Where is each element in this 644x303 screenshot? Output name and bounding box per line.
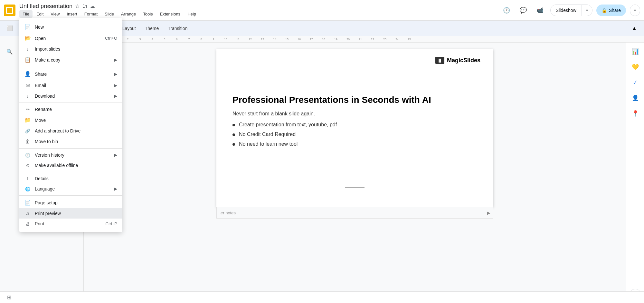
slideshow-btn[interactable]: Slideshow ▾ [550,5,592,16]
menu-item-pagesetup[interactable]: 📄 Page setup [19,197,122,208]
slideshow-dropdown-arrow[interactable]: ▾ [582,5,592,16]
menu-item-email[interactable]: ✉ Email ▶ [19,80,122,91]
menu-bar: File Edit View Insert Format Slide Arran… [19,10,199,18]
menu-item-share[interactable]: 👤 Share ▶ [19,68,122,80]
share-lock-icon: 🔒 [601,8,607,13]
right-panel-icon-tasks[interactable]: ✓ [629,76,642,89]
slide-bullet-3[interactable]: No need to learn new tool [232,141,477,147]
bullet-text-3: No need to learn new tool [239,141,298,147]
menu-item-copy[interactable]: 📋 Make a copy ▶ [19,54,122,65]
share-dropdown-arrow[interactable]: ▾ [630,5,640,16]
right-panel-icon-sheets[interactable]: 📊 [629,45,642,58]
menu-arrange[interactable]: Arrange [118,10,139,18]
open-icon: 📂 [24,35,31,41]
magic-slides-icon: ▐▌ [435,57,444,64]
ruler-mark: 25 [403,38,415,41]
menu-file[interactable]: File [19,10,33,18]
magic-slides-text: MagicSlides [447,57,480,64]
title-section: Untitled presentation ☆ 🗂 ☁ File Edit Vi… [19,3,199,18]
menu-item-printpreview[interactable]: 🖨 Print preview [19,208,122,219]
doc-title[interactable]: Untitled presentation [19,3,72,10]
menu-item-language[interactable]: 🌐 Language ▶ [19,184,122,194]
search-panel-icon[interactable]: 🔍 [3,45,16,58]
slideshow-main[interactable]: Slideshow [551,5,582,16]
menu-edit[interactable]: Edit [33,10,47,18]
app-logo[interactable] [4,5,15,16]
right-panel-icon-maps[interactable]: 📍 [629,107,642,120]
menu-item-details[interactable]: ℹ Details [19,173,122,184]
theme-btn[interactable]: Theme [141,23,163,34]
ruler-mark: 15 [281,38,293,41]
ruler-mark: 12 [244,38,256,41]
comment-icon-btn[interactable]: 💬 [517,4,530,17]
menu-item-bin[interactable]: 🗑 Move to bin [19,136,122,147]
history-icon-btn[interactable]: 🕐 [500,4,513,17]
move-icon: 📁 [24,117,31,123]
ruler-mark: 7 [183,38,195,41]
menu-extensions[interactable]: Extensions [157,10,184,18]
menu-item-new[interactable]: 📄 New [19,21,122,33]
ruler-mark: 24 [391,38,403,41]
version-icon: 🕐 [24,153,31,158]
right-panel-icon-contacts[interactable]: 👤 [629,92,642,104]
ruler-mark: 20 [342,38,354,41]
menu-item-version-label: Version history [35,152,110,158]
ruler-mark: 3 [134,38,146,41]
slide-title[interactable]: Professional Presentations in Seconds wi… [232,94,477,106]
menu-item-rename[interactable]: ✏ Rename [19,104,122,114]
menu-help[interactable]: Help [184,10,199,18]
menu-item-print[interactable]: 🖨 Print Ctrl+P [19,219,122,229]
menu-item-version[interactable]: 🕐 Version history ▶ [19,150,122,160]
notes-bar[interactable]: er notes ▶ [216,207,493,219]
select-tool-btn[interactable]: ⬜ [4,23,15,34]
new-icon: 📄 [24,24,31,30]
toolbar-collapse-btn[interactable]: ▲ [629,23,640,34]
details-icon: ℹ [24,176,31,181]
menu-view[interactable]: View [47,10,63,18]
app-logo-inner [6,7,13,14]
slide-bullet-1[interactable]: Create presentation from text, youtube, … [232,122,477,128]
menu-item-shortcut[interactable]: 🔗 Add a shortcut to Drive [19,126,122,136]
transition-btn[interactable]: Transition [164,23,191,34]
print-shortcut: Ctrl+P [106,221,117,226]
left-panel: 🔍 [0,43,19,303]
menu-item-move[interactable]: 📁 Move [19,114,122,126]
menu-item-download[interactable]: ↓ Download ▶ [19,91,122,101]
right-panel-icon-keep[interactable]: 💛 [629,61,642,73]
ruler-mark: 23 [379,38,391,41]
grid-view-icon[interactable]: ⊞ [4,292,14,303]
folder-icon[interactable]: 🗂 [82,3,87,9]
doc-title-row: Untitled presentation ☆ 🗂 ☁ [19,3,199,10]
top-right-actions: 🕐 💬 📹 Slideshow ▾ 🔒 Share ▾ [500,4,640,17]
menu-item-details-label: Details [35,176,117,181]
video-icon-btn[interactable]: 📹 [534,4,546,17]
menu-section-3: ✏ Rename 📁 Move 🔗 Add a shortcut to Driv… [19,103,122,149]
bullet-text-1: Create presentation from text, youtube, … [239,122,337,128]
slide-divider [345,187,365,188]
menu-format[interactable]: Format [81,10,101,18]
menu-item-import[interactable]: ↓ Import slides [19,44,122,54]
top-bar: Untitled presentation ☆ 🗂 ☁ File Edit Vi… [0,0,644,21]
slide-canvas[interactable]: ▐▌ MagicSlides Professional Presentation… [216,49,493,207]
menu-item-offline[interactable]: ⊙ Make available offline [19,160,122,171]
menu-item-import-label: Import slides [35,46,117,52]
notes-collapse-btn[interactable]: ▶ [487,210,490,215]
slide-bullet-2[interactable]: No Credit Card Required [232,132,477,137]
slide-subtitle[interactable]: Never start from a blank slide again. [232,111,477,117]
menu-tools[interactable]: Tools [140,10,156,18]
bottom-bar: ⊞ [0,291,644,303]
share-button[interactable]: 🔒 Share [596,5,626,16]
copy-arrow: ▶ [114,58,117,62]
pagesetup-icon: 📄 [24,200,31,206]
printpreview-icon: 🖨 [24,211,31,216]
share-arrow: ▶ [114,72,117,76]
menu-insert[interactable]: Insert [63,10,80,18]
menu-item-open[interactable]: 📂 Open Ctrl+O [19,33,122,44]
menu-section-2: 👤 Share ▶ ✉ Email ▶ ↓ Download ▶ [19,67,122,103]
star-icon[interactable]: ☆ [75,3,80,9]
cloud-icon[interactable]: ☁ [90,3,95,9]
copy-icon: 📋 [24,57,31,63]
open-shortcut: Ctrl+O [105,36,117,41]
ruler-mark: 14 [269,38,281,41]
menu-slide[interactable]: Slide [101,10,117,18]
